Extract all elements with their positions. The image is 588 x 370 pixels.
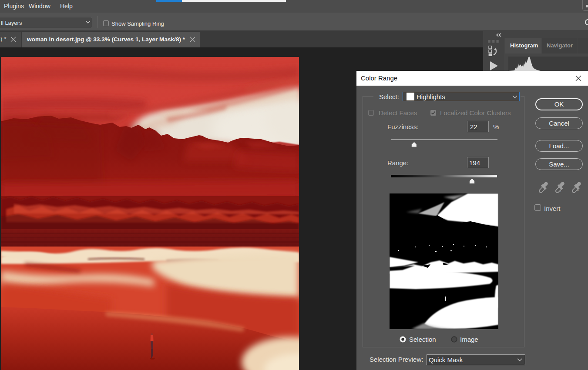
svg-text:+: +	[559, 188, 562, 193]
svg-text:−: −	[576, 187, 579, 193]
